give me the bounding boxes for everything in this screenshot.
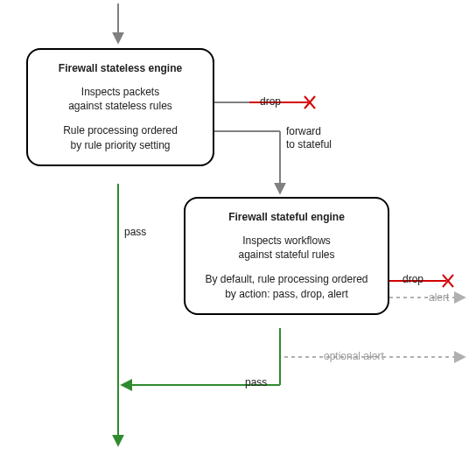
stateful-p1: Inspects workflowsagainst stateful rules bbox=[194, 234, 379, 262]
stateless-title: Firewall stateless engine bbox=[37, 62, 204, 74]
label-alert: alert bbox=[429, 291, 449, 304]
label-forward-2: to stateful bbox=[286, 138, 332, 150]
label-drop-stateless: drop bbox=[260, 95, 281, 108]
label-optional-alert: optional alert bbox=[324, 350, 384, 362]
firewall-engine-flow-diagram: Firewall stateless engine Inspects packe… bbox=[0, 0, 476, 455]
stateless-p1: Inspects packetsagainst stateless rules bbox=[37, 85, 204, 113]
label-drop-stateful: drop bbox=[402, 273, 424, 285]
label-pass-stateless: pass bbox=[124, 226, 146, 238]
label-pass-stateful: pass bbox=[245, 376, 267, 388]
label-forward-1: forward bbox=[286, 125, 321, 137]
stateful-p2: By default, rule processing orderedby ac… bbox=[194, 272, 379, 300]
stateful-engine-box: Firewall stateful engine Inspects workfl… bbox=[184, 197, 389, 315]
stateless-p2: Rule processing orderedby rule priority … bbox=[37, 123, 204, 151]
stateful-title: Firewall stateful engine bbox=[194, 211, 379, 223]
stateless-engine-box: Firewall stateless engine Inspects packe… bbox=[26, 48, 214, 166]
